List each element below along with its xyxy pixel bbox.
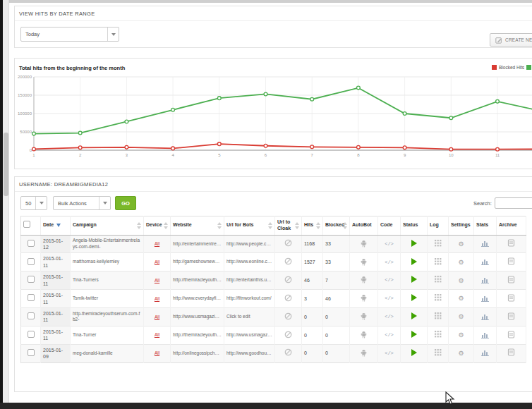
col-header-url-to-cloak[interactable]: Url to Cloak (275, 216, 302, 236)
android-icon[interactable] (360, 257, 368, 266)
code-icon[interactable]: </> (385, 260, 394, 266)
archive-icon[interactable] (507, 312, 515, 320)
cell-website[interactable]: http://www.everydayfitnes... (171, 290, 224, 308)
calendar-grid-icon[interactable] (435, 294, 442, 301)
code-icon[interactable]: </> (385, 295, 394, 302)
archive-icon[interactable] (507, 239, 515, 247)
cell-url-for-bots[interactable]: http://www.people.com/ar... (224, 235, 275, 253)
play-icon[interactable] (411, 276, 417, 283)
device-link[interactable]: All (155, 350, 159, 355)
archive-icon[interactable] (507, 348, 515, 356)
cell-url-for-bots[interactable]: http://fitnworkout.com/ (224, 290, 275, 308)
android-icon[interactable] (360, 312, 368, 320)
code-icon[interactable]: </> (385, 277, 394, 283)
cell-website[interactable]: http://themiracleyouthser... (171, 271, 224, 290)
col-header-date[interactable]: Date (41, 216, 71, 236)
row-checkbox[interactable] (28, 240, 35, 247)
select-all-checkbox[interactable] (23, 221, 30, 228)
circle-slash-icon[interactable] (284, 331, 292, 338)
cell-url-for-bots[interactable]: http://entertainthis.usatod... (224, 271, 275, 290)
gear-icon[interactable]: ⚙ (458, 258, 464, 267)
calendar-grid-icon[interactable] (435, 312, 442, 319)
circle-slash-icon[interactable] (284, 276, 292, 283)
device-link[interactable]: All (155, 332, 159, 337)
archive-icon[interactable] (507, 257, 515, 265)
play-icon[interactable] (411, 294, 417, 301)
cell-website[interactable]: http://gameshownews.net (171, 253, 224, 271)
play-icon[interactable] (411, 312, 417, 319)
calendar-grid-icon[interactable] (435, 349, 442, 356)
row-checkbox[interactable] (28, 276, 35, 283)
code-icon[interactable]: </> (385, 350, 394, 357)
cell-url-for-bots[interactable]: http://www.goodhouseke... (224, 344, 275, 362)
row-checkbox[interactable] (28, 331, 35, 338)
bar-chart-icon[interactable] (481, 257, 490, 265)
bar-chart-icon[interactable] (481, 312, 490, 320)
row-checkbox[interactable] (28, 294, 35, 301)
android-icon[interactable] (360, 293, 368, 302)
code-icon[interactable]: </> (385, 314, 394, 320)
gear-icon[interactable]: ⚙ (458, 240, 464, 248)
gear-icon[interactable]: ⚙ (458, 276, 464, 285)
cell-website[interactable]: http://www.usmagazine.c... (171, 308, 224, 326)
col-header-device[interactable]: Device (144, 216, 171, 236)
row-checkbox[interactable] (28, 312, 35, 319)
row-checkbox[interactable] (28, 349, 35, 356)
col-header-campaign[interactable]: Campaign (71, 216, 144, 236)
android-icon[interactable] (360, 330, 368, 338)
circle-slash-icon[interactable] (284, 257, 292, 265)
bar-chart-icon[interactable] (481, 294, 490, 302)
calendar-grid-icon[interactable] (435, 331, 442, 338)
col-header-blocked[interactable]: Blocked (323, 216, 350, 236)
row-checkbox[interactable] (28, 258, 35, 265)
bar-chart-icon[interactable] (481, 331, 490, 338)
search-input[interactable] (495, 197, 532, 209)
col-header-hits[interactable]: Hits (302, 216, 323, 236)
circle-slash-icon[interactable] (284, 312, 292, 320)
play-icon[interactable] (411, 240, 417, 247)
date-range-select[interactable]: Today (20, 27, 119, 42)
create-new-campaign-button[interactable]: CREATE NEW CAMPAIGN (490, 33, 532, 47)
device-link[interactable]: All (155, 260, 159, 264)
cell-website[interactable]: http://onlinegossipchann... (171, 344, 224, 362)
gear-icon[interactable]: ⚙ (458, 349, 464, 358)
play-icon[interactable] (411, 331, 417, 338)
bulk-actions-select[interactable]: Bulk Actions (53, 196, 111, 210)
page-size-select[interactable]: 50 (20, 196, 47, 210)
calendar-grid-icon[interactable] (435, 258, 442, 265)
android-icon[interactable] (360, 348, 368, 357)
android-icon[interactable] (360, 275, 368, 283)
bar-chart-icon[interactable] (481, 276, 490, 283)
play-icon[interactable] (411, 349, 417, 356)
circle-slash-icon[interactable] (284, 348, 292, 356)
cell-website[interactable]: http://themiracleyouthser... (171, 326, 224, 344)
left-scrollbar-thumb[interactable] (4, 133, 8, 196)
gear-icon[interactable]: ⚙ (458, 294, 464, 303)
gear-icon[interactable]: ⚙ (458, 331, 464, 339)
cell-url-for-bots[interactable]: http://www.eonline.com/n... (224, 253, 275, 271)
bar-chart-icon[interactable] (481, 239, 490, 247)
cell-url-for-bots[interactable]: Click to edit (224, 308, 275, 326)
bar-chart-icon[interactable] (481, 348, 490, 356)
device-link[interactable]: All (155, 315, 159, 319)
calendar-grid-icon[interactable] (435, 276, 442, 283)
go-button[interactable]: GO (115, 196, 136, 210)
device-link[interactable]: All (155, 241, 159, 246)
archive-icon[interactable] (507, 276, 515, 283)
col-header-website[interactable]: Website (171, 216, 224, 236)
code-icon[interactable]: </> (385, 241, 394, 248)
archive-icon[interactable] (507, 331, 515, 338)
archive-icon[interactable] (507, 294, 515, 302)
code-icon[interactable]: </> (385, 332, 394, 338)
cell-website[interactable]: http://entertainmentrelays... (171, 235, 224, 253)
cell-url-for-bots[interactable]: http://www.usmagazine.c... (224, 326, 275, 344)
device-link[interactable]: All (155, 296, 159, 301)
circle-slash-icon[interactable] (284, 239, 292, 247)
gear-icon[interactable]: ⚙ (458, 312, 464, 321)
left-scrollbar-track[interactable] (3, 0, 9, 409)
circle-slash-icon[interactable] (284, 294, 292, 302)
calendar-grid-icon[interactable] (435, 240, 442, 247)
play-icon[interactable] (411, 258, 417, 265)
col-header-url-for-bots[interactable]: Url for Bots (224, 216, 275, 236)
device-link[interactable]: All (155, 278, 159, 283)
